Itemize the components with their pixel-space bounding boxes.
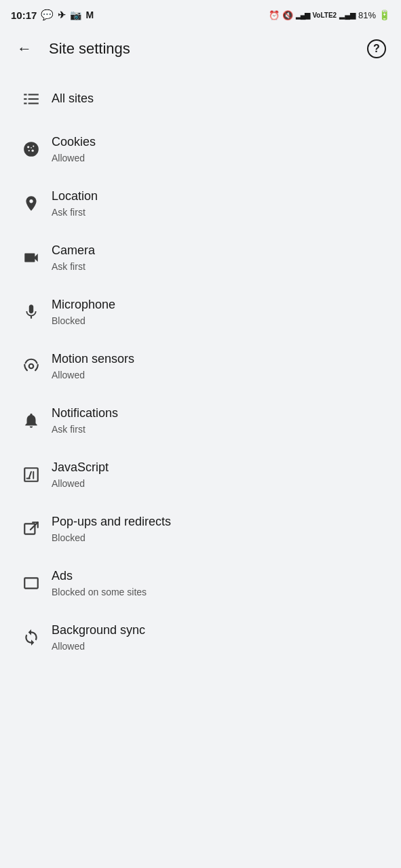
camera-icon — [14, 249, 49, 267]
popups-icon — [14, 520, 49, 538]
svg-rect-5 — [28, 102, 39, 104]
list-item-background-sync[interactable]: Background sync Allowed — [0, 610, 401, 665]
help-circle-icon: ? — [367, 39, 386, 58]
cookies-text: Cookies Allowed — [49, 134, 387, 164]
location-text: Location Ask first — [49, 189, 387, 218]
notifications-text: Notifications Ask first — [49, 406, 387, 435]
lte-label: VoLTE2 — [312, 12, 337, 19]
battery-display: 81% — [358, 10, 376, 20]
list-item-all-sites[interactable]: All sites — [0, 76, 401, 122]
camera-subtitle: Ask first — [52, 260, 387, 273]
signal-icon: ▂▄▆ — [296, 11, 310, 20]
battery-icon: 🔋 — [379, 9, 390, 20]
notifications-subtitle: Ask first — [52, 423, 387, 435]
svg-rect-3 — [28, 98, 39, 100]
popups-text: Pop-ups and redirects Blocked — [49, 514, 387, 544]
svg-point-8 — [33, 146, 34, 147]
notifications-icon — [14, 412, 49, 429]
ads-icon — [14, 574, 49, 592]
gmail-icon: M — [85, 9, 94, 20]
toolbar: ← Site settings ? — [0, 27, 401, 71]
back-button[interactable]: ← — [11, 35, 38, 62]
background-sync-subtitle: Allowed — [52, 640, 387, 652]
ads-title: Ads — [52, 568, 387, 584]
cookies-title: Cookies — [52, 134, 387, 150]
whatsapp-icon: 💬 — [41, 9, 54, 21]
status-indicators: ⏰ 🔇 ▂▄▆ VoLTE2 ▂▄▆ 81% 🔋 — [269, 9, 390, 20]
microphone-icon — [14, 303, 49, 321]
camera-text: Camera Ask first — [49, 243, 387, 273]
all-sites-title: All sites — [52, 91, 387, 106]
svg-point-9 — [28, 150, 30, 151]
svg-rect-13 — [24, 468, 38, 481]
svg-rect-14 — [24, 524, 35, 534]
location-title: Location — [52, 189, 387, 204]
popups-subtitle: Blocked — [52, 532, 387, 544]
ads-text: Ads Blocked on some sites — [49, 568, 387, 598]
svg-point-10 — [32, 150, 34, 152]
list-icon — [14, 90, 49, 108]
status-time: 10:17 💬 ✈ 📷 M — [11, 9, 94, 21]
telegram-icon: ✈ — [58, 9, 66, 20]
microphone-subtitle: Blocked — [52, 315, 387, 327]
settings-list: All sites Cookies Allowed Locat — [0, 71, 401, 665]
signal2-icon: ▂▄▆ — [339, 11, 356, 20]
svg-point-6 — [24, 142, 39, 157]
sync-icon — [14, 629, 49, 646]
list-item-location[interactable]: Location Ask first — [0, 176, 401, 231]
javascript-subtitle: Allowed — [52, 477, 387, 490]
list-item-microphone[interactable]: Microphone Blocked — [0, 285, 401, 339]
svg-rect-4 — [24, 102, 26, 104]
svg-rect-0 — [24, 94, 26, 95]
list-item-camera[interactable]: Camera Ask first — [0, 231, 401, 285]
svg-point-12 — [29, 364, 34, 369]
javascript-title: JavaScript — [52, 460, 387, 475]
motion-sensors-subtitle: Allowed — [52, 369, 387, 381]
list-item-cookies[interactable]: Cookies Allowed — [0, 122, 401, 176]
notifications-title: Notifications — [52, 406, 387, 421]
motion-sensors-text: Motion sensors Allowed — [49, 351, 387, 381]
list-item-motion-sensors[interactable]: Motion sensors Allowed — [0, 339, 401, 393]
list-item-javascript[interactable]: JavaScript Allowed — [0, 448, 401, 502]
javascript-icon — [14, 466, 49, 484]
microphone-text: Microphone Blocked — [49, 297, 387, 327]
popups-title: Pop-ups and redirects — [52, 514, 387, 530]
mute-icon: 🔇 — [282, 10, 293, 20]
location-subtitle: Ask first — [52, 206, 387, 218]
ads-subtitle: Blocked on some sites — [52, 586, 387, 598]
all-sites-icon — [22, 90, 40, 108]
svg-rect-15 — [24, 578, 38, 588]
svg-rect-1 — [28, 94, 39, 95]
javascript-text: JavaScript Allowed — [49, 460, 387, 490]
location-icon — [14, 195, 49, 212]
cookies-icon — [14, 140, 49, 158]
alarm-icon: ⏰ — [269, 10, 280, 20]
help-button[interactable]: ? — [363, 35, 390, 62]
list-item-popups[interactable]: Pop-ups and redirects Blocked — [0, 502, 401, 556]
camera-title: Camera — [52, 243, 387, 258]
motion-sensors-title: Motion sensors — [52, 351, 387, 367]
microphone-title: Microphone — [52, 297, 387, 313]
time-display: 10:17 — [11, 9, 37, 21]
list-item-notifications[interactable]: Notifications Ask first — [0, 393, 401, 448]
back-arrow-icon: ← — [17, 40, 32, 58]
background-sync-title: Background sync — [52, 623, 387, 638]
svg-rect-2 — [24, 98, 26, 100]
svg-point-7 — [27, 146, 29, 148]
background-sync-text: Background sync Allowed — [49, 623, 387, 652]
all-sites-text: All sites — [49, 91, 387, 106]
page-title: Site settings — [49, 40, 352, 58]
status-bar: 10:17 💬 ✈ 📷 M ⏰ 🔇 ▂▄▆ VoLTE2 ▂▄▆ 81% 🔋 — [0, 0, 401, 27]
motion-sensors-icon — [14, 357, 49, 375]
instagram-icon: 📷 — [70, 9, 81, 20]
cookies-subtitle: Allowed — [52, 152, 387, 164]
svg-point-11 — [31, 147, 32, 149]
list-item-ads[interactable]: Ads Blocked on some sites — [0, 556, 401, 610]
